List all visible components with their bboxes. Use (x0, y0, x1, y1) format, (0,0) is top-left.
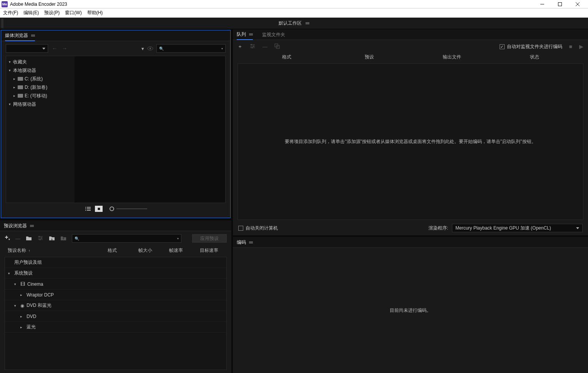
auto-shutdown-checkbox[interactable]: ✓ 自动关闭计算机 (238, 225, 278, 231)
panel-handle[interactable] (1, 18, 3, 28)
panel-menu-icon[interactable] (30, 225, 34, 227)
import-preset-button[interactable] (49, 235, 55, 242)
queue-drop-text: 要将项目添加到队列，请单击"添加源"按钮或者从媒体浏览器或桌面将文件拖到此处。要… (285, 138, 536, 145)
visibility-icon[interactable] (147, 46, 153, 51)
qcol-format: 格式 (245, 54, 328, 60)
tab-preset-browser[interactable]: 预设浏览器 (4, 221, 34, 231)
menu-help[interactable]: 帮助(H) (87, 10, 103, 16)
tree-label: D: (新加卷) (25, 84, 47, 91)
svg-point-5 (149, 48, 151, 49)
menu-edit[interactable]: 编辑(E) (23, 10, 39, 16)
encoding-empty-text: 目前尚未进行编码。 (390, 307, 431, 314)
preset-browser-tabs: 预设浏览器 (0, 220, 231, 231)
col-frame-size[interactable]: 帧大小 (138, 247, 169, 254)
queue-settings-button[interactable] (249, 43, 256, 50)
media-browser-toolbar: ← → ▾ 🔍 ▾ (6, 44, 226, 53)
preset-row-label: 蓝光 (27, 324, 36, 330)
preset-search-field[interactable]: 🔍 ▾ (72, 234, 181, 243)
minimize-icon (540, 2, 544, 6)
renderer-dropdown[interactable]: Mercury Playback Engine GPU 加速 (OpenCL) (452, 224, 583, 232)
queue-toolbar: ＋ — ✓ 自动对监视文件夹进行编码 ■ ▶ (238, 43, 583, 50)
new-group-button[interactable] (26, 235, 32, 242)
tree-local-drives[interactable]: ▾本地驱动器 (6, 66, 75, 75)
media-content-area[interactable] (75, 56, 225, 203)
tree-drive-c[interactable]: ▸C: (系统) (6, 75, 75, 83)
qcol-status: 状态 (493, 54, 576, 60)
preset-row-cinema[interactable]: ▾🎞Cinema (5, 279, 226, 290)
menu-window[interactable]: 窗口(W) (65, 10, 81, 16)
col-frame-rate[interactable]: 帧速率 (169, 247, 200, 254)
media-search-input[interactable] (166, 46, 219, 51)
panel-menu-icon[interactable] (249, 33, 253, 35)
queue-drop-area[interactable]: 要将项目添加到队列，请单击"添加源"按钮或者从媒体浏览器或桌面将文件拖到此处。要… (238, 63, 583, 220)
panel-menu-icon[interactable] (31, 35, 35, 37)
tree-drive-d[interactable]: ▸D: (新加卷) (6, 83, 75, 92)
preset-row-user-group[interactable]: 用户预设及组 (5, 257, 226, 268)
preset-row-bluray[interactable]: ▸蓝光 (5, 322, 226, 333)
auto-encode-label: 自动对监视文件夹进行编码 (507, 43, 562, 50)
tree-drive-e[interactable]: ▸E: (可移动) (6, 92, 75, 100)
media-tree: ▾收藏夹 ▾本地驱动器 ▸C: (系统) ▸D: (新加卷) ▸E: (可移动)… (6, 56, 75, 203)
start-queue-button[interactable]: ▶ (579, 43, 583, 50)
workspace-bar: 默认工作区 (0, 18, 588, 29)
search-icon: 🔍 (75, 236, 79, 241)
thumb-view-button[interactable]: ■ (95, 206, 103, 212)
nav-back-button[interactable]: ← (51, 45, 58, 52)
export-preset-button[interactable] (60, 235, 66, 242)
auto-encode-checkbox[interactable]: ✓ 自动对监视文件夹进行编码 (500, 43, 562, 50)
zoom-slider[interactable] (110, 206, 147, 211)
tab-queue[interactable]: 队列 (237, 30, 253, 40)
maximize-icon (558, 2, 562, 6)
tab-encoding[interactable]: 编码 (237, 238, 253, 247)
remove-preset-button[interactable]: — (15, 236, 20, 241)
nav-forward-button[interactable]: → (61, 45, 68, 52)
preset-row-label: Wraptor DCP (27, 292, 54, 298)
window-minimize-button[interactable] (533, 0, 551, 8)
preset-row-wraptor[interactable]: ▸Wraptor DCP (5, 290, 226, 300)
search-dropdown-icon[interactable]: ▾ (221, 47, 223, 50)
queue-tabs: 队列 监视文件夹 (233, 29, 588, 40)
panel-menu-icon[interactable] (249, 241, 253, 243)
svg-point-13 (41, 237, 42, 238)
preset-row-dvd-bluray[interactable]: ▾◉DVD 和蓝光 (5, 300, 226, 311)
tree-favorites[interactable]: ▾收藏夹 (6, 58, 75, 66)
preset-row-dvd[interactable]: ▸DVD (5, 311, 226, 322)
menu-file[interactable]: 文件(F) (3, 10, 18, 16)
svg-point-20 (252, 47, 253, 48)
window-maximize-button[interactable] (551, 0, 569, 8)
preset-row-label: 系统预设 (14, 270, 33, 276)
filter-icon[interactable]: ▾ (141, 46, 144, 52)
duplicate-button[interactable] (274, 43, 280, 50)
list-view-button[interactable] (84, 206, 92, 212)
search-dropdown-icon[interactable]: ▾ (177, 237, 179, 240)
window-close-button[interactable] (569, 0, 586, 8)
stop-queue-button[interactable]: ■ (569, 43, 572, 50)
auto-shutdown-label: 自动关闭计算机 (246, 225, 278, 231)
preset-browser-panel: 预设浏览器 — (0, 219, 231, 373)
tree-label: 本地驱动器 (13, 67, 36, 74)
tree-network-drives[interactable]: ▾网络驱动器 (6, 100, 75, 108)
preset-row-system[interactable]: ▾系统预设 (5, 268, 226, 279)
encoding-panel: 编码 目前尚未进行编码。 (233, 235, 588, 373)
add-source-button[interactable]: ＋ (238, 43, 243, 50)
path-dropdown[interactable] (6, 44, 48, 53)
tab-media-browser[interactable]: 媒体浏览器 (5, 31, 35, 41)
search-icon: 🔍 (159, 47, 164, 51)
media-search-field[interactable]: 🔍 ▾ (156, 44, 226, 53)
tree-label: 网络驱动器 (13, 101, 36, 108)
queue-columns-header: 格式 预设 输出文件 状态 (238, 54, 583, 63)
col-format[interactable]: 格式 (108, 247, 138, 254)
apply-preset-button[interactable]: 应用预设 (192, 234, 227, 243)
preset-search-input[interactable] (81, 236, 175, 241)
col-target-rate[interactable]: 目标速率 (200, 247, 231, 254)
col-preset-name[interactable]: 预设名称 (8, 247, 26, 254)
tab-watch-folders[interactable]: 监视文件夹 (262, 30, 285, 40)
qcol-output: 输出文件 (410, 54, 493, 60)
remove-item-button[interactable]: — (262, 44, 267, 50)
workspace-menu-icon[interactable] (306, 22, 309, 24)
menu-preset[interactable]: 预设(P) (44, 10, 60, 16)
preset-settings-button[interactable] (37, 235, 43, 242)
title-bar: Me Adobe Media Encoder 2023 (0, 0, 588, 8)
add-preset-button[interactable] (5, 235, 10, 242)
workspace-label[interactable]: 默认工作区 (279, 20, 302, 27)
